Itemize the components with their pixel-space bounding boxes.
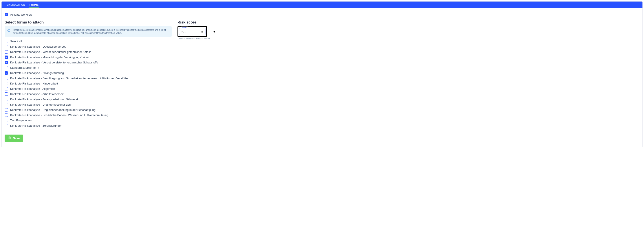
info-banner-text: In this menu, you can configure what sho… [13, 28, 169, 34]
form-item-label: Konkrete Risikoanalyse - Beauftragung vo… [10, 77, 129, 80]
score-highlight-box: Score [178, 26, 207, 37]
form-item-label: Konkrete Risikoanalyse - Ungleichbehandl… [10, 108, 96, 112]
form-list-item: Konkrete Risikoanalyse - Missachtung der… [4, 56, 172, 59]
form-list-item: Konkrete Risikoanalyse - Ungleichbehandl… [4, 108, 172, 112]
tab-forms[interactable]: FORMS [27, 1, 41, 8]
form-list-item: Test Fragebogen [4, 119, 172, 122]
score-step-down[interactable] [201, 32, 203, 33]
info-banner: In this menu, you can configure what sho… [4, 26, 172, 37]
svg-rect-4 [9, 138, 10, 139]
svg-rect-2 [8, 30, 9, 31]
tab-calculation[interactable]: CALCULATION [4, 1, 27, 8]
form-list-item: Konkrete Risikoanalyse - Unangemessener … [4, 103, 172, 106]
select-all-label: Select all [10, 40, 22, 43]
form-item-checkbox[interactable] [4, 56, 8, 59]
form-item-label: Konkrete Risikoanalyse - Zertifizierunge… [10, 124, 62, 127]
form-item-checkbox[interactable] [4, 124, 8, 127]
form-item-checkbox[interactable] [4, 103, 8, 106]
form-item-label: Konkrete Risikoanalyse - Unangemessener … [10, 103, 72, 106]
score-spinner [201, 30, 203, 33]
form-item-checkbox[interactable] [4, 45, 8, 48]
form-item-label: Konkrete Risikoanalyse - Verbot persiste… [10, 61, 98, 64]
form-item-checkbox[interactable] [4, 87, 8, 91]
tab-bar: CALCULATION FORMS [2, 1, 642, 8]
form-item-checkbox[interactable] [4, 98, 8, 101]
form-list-item: Konkrete Risikoanalyse - Zertifizierunge… [4, 124, 172, 127]
form-list-item: Konkrete Risikoanalyse - Zwangsarbeit un… [4, 98, 172, 101]
section-title: Select forms to attach [4, 20, 172, 25]
score-input[interactable] [182, 30, 195, 34]
info-icon [7, 29, 10, 32]
save-icon [8, 136, 11, 140]
form-list-item: Konkrete Risikoanalyse - Zwangsräumung [4, 71, 172, 75]
activate-workflow-row: Activate workflow [4, 13, 640, 16]
form-item-checkbox[interactable] [4, 92, 8, 96]
form-list-item: Konkrete Risikoanalyse - Verbot persiste… [4, 61, 172, 64]
form-item-checkbox[interactable] [4, 114, 8, 117]
form-item-label: Konkrete Risikoanalyse - Missachtung der… [10, 56, 90, 59]
form-list-item: Standard supplier form [4, 66, 172, 69]
activate-workflow-label: Activate workflow [10, 13, 32, 16]
form-item-label: Standard supplier form [10, 66, 39, 69]
svg-rect-3 [9, 137, 10, 137]
score-help-text: Enter a valid value between 0 and 5 [179, 37, 210, 40]
arrow-annotation [210, 30, 241, 32]
form-list-item: Konkrete Risikoanalyse - Arbeitssicherhe… [4, 92, 172, 96]
form-item-checkbox[interactable] [4, 50, 8, 54]
select-all-checkbox[interactable] [4, 40, 8, 43]
score-step-up[interactable] [201, 30, 203, 32]
form-item-label: Konkrete Risikoanalyse - Zwangsräumung [10, 71, 64, 75]
save-button[interactable]: Save [4, 134, 23, 142]
form-list-item: Konkrete Risikoanalyse - Beauftragung vo… [4, 77, 172, 80]
form-item-checkbox[interactable] [4, 61, 8, 64]
form-item-label: Konkrete Risikoanalyse - Schädliche Bode… [10, 114, 108, 117]
select-all-row: Select all [4, 40, 172, 43]
form-list-item: Konkrete Risikoanalyse - Quecksilberverb… [4, 45, 172, 48]
form-item-checkbox[interactable] [4, 82, 8, 85]
form-list-item: Konkrete Risikoanalyse - Allgemein [4, 87, 172, 91]
form-item-label: Test Fragebogen [10, 119, 32, 122]
form-item-label: Konkrete Risikoanalyse - Verbot der Ausf… [10, 50, 91, 54]
save-button-label: Save [13, 136, 20, 140]
score-field: Score [179, 28, 206, 35]
form-list-item: Konkrete Risikoanalyse - Schädliche Bode… [4, 114, 172, 117]
form-item-label: Konkrete Risikoanalyse - Allgemein [10, 87, 55, 91]
form-list-item: Konkrete Risikoanalyse - Kinderarbeit [4, 82, 172, 85]
form-item-label: Konkrete Risikoanalyse - Quecksilberverb… [10, 45, 66, 48]
svg-point-1 [8, 30, 9, 30]
form-item-label: Konkrete Risikoanalyse - Zwangsarbeit un… [10, 98, 78, 101]
form-item-label: Konkrete Risikoanalyse - Kinderarbeit [10, 82, 58, 85]
form-item-checkbox[interactable] [4, 66, 8, 69]
form-list-item: Konkrete Risikoanalyse - Verbot der Ausf… [4, 50, 172, 54]
activate-workflow-checkbox[interactable] [4, 13, 8, 16]
score-legend: Score [181, 26, 188, 29]
form-item-checkbox[interactable] [4, 119, 8, 122]
risk-score-heading: Risk score [178, 20, 252, 25]
form-item-checkbox[interactable] [4, 108, 8, 112]
form-item-label: Konkrete Risikoanalyse - Arbeitssicherhe… [10, 92, 64, 96]
form-item-checkbox[interactable] [4, 77, 8, 80]
form-item-checkbox[interactable] [4, 71, 8, 75]
